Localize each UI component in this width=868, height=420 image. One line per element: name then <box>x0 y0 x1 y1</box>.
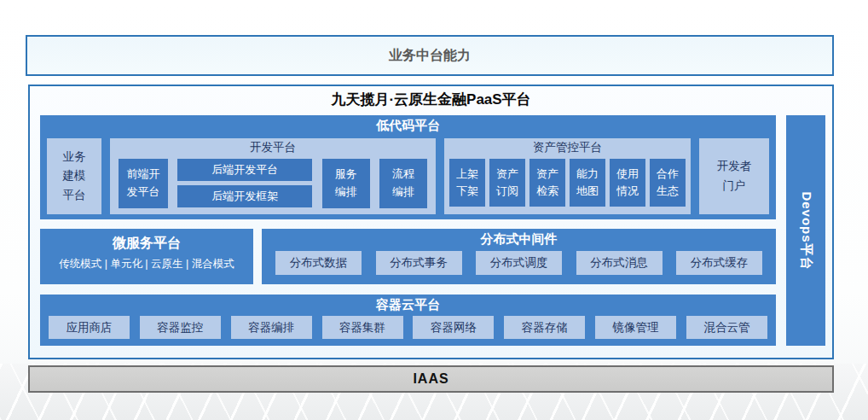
iaas-label: IAAS <box>413 371 448 387</box>
container-capability-chip: 混合云管 <box>686 316 767 339</box>
middleware-chip: 分布式缓存 <box>676 251 762 275</box>
microservice-platform-panel: 微服务平台 传统模式 | 单元化 | 云原生 | 混合模式 <box>40 229 253 284</box>
middleware-chip: 分布式事务 <box>376 251 462 275</box>
developer-portal-box: 开发者门户 <box>699 138 769 214</box>
asset-capability-box: 资产检索 <box>529 159 565 207</box>
container-cloud-title: 容器云平台 <box>40 295 776 313</box>
container-capability-chip: 容器编排 <box>231 316 312 339</box>
middleware-row: 分布式数据分布式事务分布式调度分布式消息分布式缓存 <box>262 251 776 275</box>
asset-capability-box: 使用情况 <box>610 159 645 207</box>
container-capability-chip: 容器存储 <box>504 316 585 339</box>
frontend-dev-platform-box: 前端开发平台 <box>119 159 168 208</box>
lowcode-platform-panel: 低代码平台 业务建模平台 开发平台 前端开发平台 后端开发平台 后端开发框架 服… <box>40 115 776 219</box>
container-capability-chip: 应用商店 <box>49 316 130 339</box>
middleware-chip: 分布式调度 <box>476 251 562 275</box>
asset-capability-box: 资产订阅 <box>489 159 525 207</box>
container-capability-chip: 镜像管理 <box>595 316 676 339</box>
dev-platform-row: 前端开发平台 后端开发平台 后端开发框架 服务编排 流程编排 <box>110 159 436 208</box>
middleware-chip: 分布式消息 <box>576 251 663 275</box>
service-orchestration-box: 服务编排 <box>322 159 370 208</box>
iaas-bar: IAAS <box>28 365 834 393</box>
business-midplatform-label: 业务中台能力 <box>389 47 471 65</box>
asset-capability-box: 合作生态 <box>650 159 686 207</box>
microservice-platform-title: 微服务平台 <box>40 235 253 253</box>
lowcode-platform-title: 低代码平台 <box>40 115 776 134</box>
asset-capability-box: 能力地图 <box>570 159 605 207</box>
container-capability-chip: 容器监控 <box>140 316 221 339</box>
devops-platform-label: Devops平台 <box>798 191 814 270</box>
dev-platform-title: 开发平台 <box>110 140 436 155</box>
microservice-modes-label: 传统模式 | 单元化 | 云原生 | 混合模式 <box>40 257 253 271</box>
distributed-middleware-title: 分布式中间件 <box>262 229 776 248</box>
backend-dev-platform-box: 后端开发平台 <box>177 159 312 181</box>
asset-control-row: 上架下架资产订阅资产检索能力地图使用情况合作生态 <box>444 159 691 207</box>
container-cloud-row: 应用商店容器监控容器编排容器集群容器网络容器存储镜像管理混合云管 <box>40 316 776 339</box>
container-capability-chip: 容器集群 <box>322 316 403 339</box>
container-cloud-panel: 容器云平台 应用商店容器监控容器编排容器集群容器网络容器存储镜像管理混合云管 <box>40 295 776 346</box>
paas-platform-title: 九天揽月·云原生金融PaaS平台 <box>30 90 832 109</box>
process-orchestration-box: 流程编排 <box>379 159 427 208</box>
backend-column: 后端开发平台 后端开发框架 <box>177 159 312 207</box>
architecture-diagram: 业务中台能力 九天揽月·云原生金融PaaS平台 低代码平台 业务建模平台 开发平… <box>0 0 868 420</box>
distributed-middleware-panel: 分布式中间件 分布式数据分布式事务分布式调度分布式消息分布式缓存 <box>262 229 776 284</box>
lowcode-content-row: 业务建模平台 开发平台 前端开发平台 后端开发平台 后端开发框架 服务编排 流程… <box>40 138 776 214</box>
dev-platform-group: 开发平台 前端开发平台 后端开发平台 后端开发框架 服务编排 流程编排 <box>110 138 436 214</box>
asset-control-platform-title: 资产管控平台 <box>444 140 691 155</box>
asset-capability-box: 上架下架 <box>449 159 485 207</box>
backend-dev-framework-box: 后端开发框架 <box>177 185 312 207</box>
container-capability-chip: 容器网络 <box>413 316 494 339</box>
paas-platform-panel: 九天揽月·云原生金融PaaS平台 低代码平台 业务建模平台 开发平台 前端开发平… <box>28 85 834 359</box>
asset-control-platform-group: 资产管控平台 上架下架资产订阅资产检索能力地图使用情况合作生态 <box>444 138 691 214</box>
business-modeling-platform-box: 业务建模平台 <box>47 138 101 214</box>
devops-platform-bar: Devops平台 <box>786 115 825 346</box>
business-midplatform-banner: 业务中台能力 <box>26 35 834 76</box>
middleware-chip: 分布式数据 <box>275 251 362 275</box>
